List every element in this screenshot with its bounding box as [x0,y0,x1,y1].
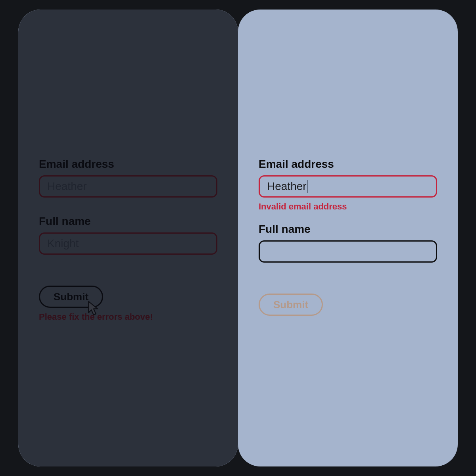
email-label: Email address [39,158,217,171]
submit-label: Submit [54,291,88,303]
submit-error: Please fix the errors above! [39,312,217,322]
fullname-input[interactable]: Knight [39,232,217,255]
form-right: Email address Heather Invalid email addr… [259,158,437,316]
email-label: Email address [259,158,437,171]
phone-mock-right: Email address Heather Invalid email addr… [238,10,458,466]
email-value: Heather [267,180,307,193]
phone-mock-left: Email address Heather Full name Knight S… [18,10,238,466]
fullname-value: Knight [47,237,79,250]
submit-button[interactable]: Submit [39,286,103,308]
email-error: Invalid email address [259,202,437,212]
submit-label: Submit [273,299,308,311]
form-left: Email address Heather Full name Knight S… [39,158,217,322]
fullname-label: Full name [39,215,217,228]
fullname-input[interactable] [259,240,437,263]
text-caret [307,180,308,193]
submit-button[interactable]: Submit [259,294,323,316]
email-value: Heather [47,180,87,193]
email-input[interactable]: Heather [39,175,217,198]
email-input[interactable]: Heather [259,175,437,198]
fullname-label: Full name [259,223,437,236]
